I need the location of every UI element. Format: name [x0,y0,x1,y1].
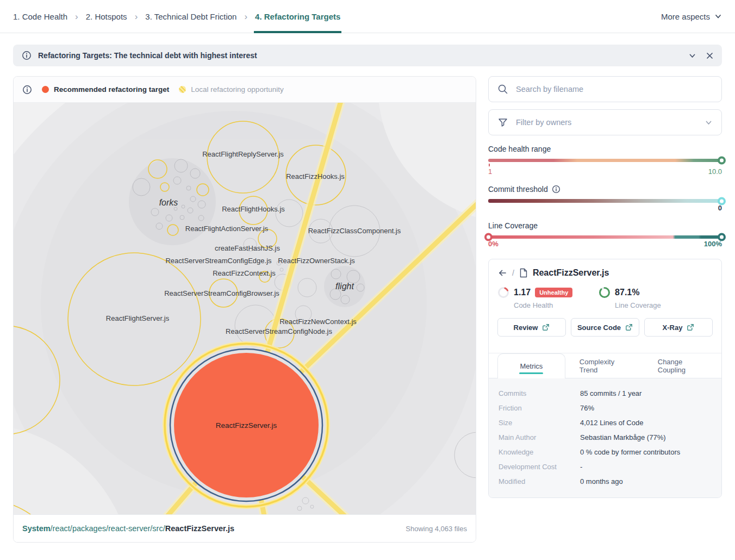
x-ray-button[interactable]: X-Ray [644,318,713,337]
line-coverage-label: Line Coverage [488,221,538,230]
more-aspects-dropdown[interactable]: More aspects [661,12,722,21]
line-coverage-max-handle[interactable] [718,233,726,241]
external-link-icon [687,323,694,331]
commit-threshold-slider[interactable] [488,199,722,203]
path-filename: ReactFizzServer.js [165,524,234,533]
metric-row: Development Cost- [499,459,712,474]
code-health-max-value: 10.0 [708,167,722,176]
info-icon[interactable] [22,85,32,95]
metric-value: 85 commits / 1 year [580,389,712,397]
nav-item-label: 1. Code Health [13,12,67,21]
metric-row: Commits85 commits / 1 year [499,386,712,401]
nav-item-label: 2. Hotspots [86,12,127,21]
info-icon [22,51,32,60]
unhealthy-badge: Unhealthy [535,288,572,297]
external-link-icon [542,323,550,331]
nav-item-label: 4. Refactoring Targets [255,12,340,21]
external-link-icon [625,323,633,331]
commit-threshold-handle[interactable] [718,197,726,205]
metric-value: - [580,463,712,471]
selected-file-path: System/react/packages/react-server/src/R… [22,524,234,533]
code-health-slider[interactable] [488,159,722,162]
bubble-label[interactable]: ReactFlightServer.js [106,314,170,322]
code-health-stat-label: Code Health [514,301,599,309]
line-coverage-stat-label: Line Coverage [615,301,700,309]
tab-metrics[interactable]: Metrics [497,353,565,378]
bubble-label[interactable]: ReactServerStreamConfigEdge.js [165,257,272,265]
banner-close-button[interactable] [706,52,713,59]
tab-change-coupling[interactable]: Change Coupling [644,353,721,378]
owners-filter-input[interactable] [516,118,697,127]
bubble-label[interactable]: ReactFlightHooks.js [222,205,285,213]
metric-value: Sebastian Markbåge (77%) [580,433,712,441]
chart-footer: System/react/packages/react-server/src/R… [14,514,476,542]
bubble-label[interactable]: ReactFizzHooks.js [286,172,345,181]
search-input[interactable] [516,85,713,94]
metric-value: 4,012 Lines of Code [580,419,712,427]
code-health-max-handle[interactable] [718,157,726,165]
path-system[interactable]: System [22,524,51,533]
chevron-down-icon [705,119,713,127]
source-code-button[interactable]: Source Code [571,318,639,337]
line-coverage-min-value: 0% [488,240,499,248]
metric-row: Knowledge0 % code by former contributors [499,445,712,459]
bubble-label[interactable]: ReactFizzOwnerStack.js [278,257,355,265]
code-health-value: 1.17 [514,288,531,297]
bubble-chart-svg: ReactFlightReplyServer.jsReactFizzHooks.… [14,103,476,514]
cluster-label: flight [335,282,354,291]
bubble-label[interactable]: ReactFizzContext.js [213,269,276,277]
banner-collapse-button[interactable] [688,52,696,60]
bubble-label[interactable]: ReactFlightActionServer.js [185,225,269,233]
legend-recommended-label: Recommended refactoring target [54,85,169,94]
code-health-stat: 1.17 Unhealthy Code Health [497,287,599,309]
info-icon[interactable] [552,185,560,194]
breadcrumb-separator-icon: › [135,12,138,21]
breadcrumb: 1. Code Health›2. Hotspots›3. Technical … [13,0,340,33]
chart-legend: Recommended refactoring target Local ref… [14,77,476,103]
search-box [488,76,722,102]
metric-label: Friction [499,404,580,412]
nav-item-1[interactable]: 1. Code Health [13,0,67,33]
button-label: Source Code [577,323,621,332]
owners-filter-box[interactable] [488,109,722,135]
metric-value: 0 % code by former contributors [580,448,712,456]
code-health-min-tick [489,164,490,166]
line-coverage-slider[interactable] [488,235,722,239]
metric-row: Size4,012 Lines of Code [499,415,712,430]
back-button[interactable] [497,268,507,278]
file-detail-card: / ReactFizzServer.js 1.17 Unhealthy Code… [488,259,722,498]
red-dot-icon [42,86,49,93]
tab-label: Metrics [520,362,543,370]
review-button[interactable]: Review [497,318,566,337]
bubble-label[interactable]: ReactFlightReplyServer.js [202,150,284,158]
path-directory[interactable]: /react/packages/react-server/src/ [51,524,165,533]
filter-funnel-icon [497,117,508,128]
chevron-down-icon [688,52,696,60]
line-coverage-value: 87.1% [615,288,639,297]
commit-threshold-value: 0 [718,204,722,212]
button-label: Review [514,323,538,332]
bubble-label[interactable]: ReactServerStreamConfigBrowser.js [164,289,279,297]
close-icon [706,52,713,59]
bubble-label[interactable]: ReactFizzClassComponent.js [308,227,401,235]
tab-complexity-trend[interactable]: Complexity Trend [565,353,644,378]
selected-bubble-label[interactable]: ReactFizzServer.js [216,421,277,430]
nav-item-2[interactable]: 2. Hotspots [86,0,127,33]
nav-item-4[interactable]: 4. Refactoring Targets [255,0,340,33]
code-health-range-label: Code health range [488,145,551,153]
bubble-chart[interactable]: ReactFlightReplyServer.jsReactFizzHooks.… [14,103,476,514]
bubble-label[interactable]: ReactServerStreamConfigNode.js [226,327,332,335]
breadcrumb-separator-icon: › [75,12,78,21]
metric-row: Modified0 months ago [499,474,712,489]
search-icon [497,84,508,95]
detail-tabs: MetricsComplexity TrendChange Coupling [489,353,721,378]
metric-value: 76% [580,404,712,412]
nav-item-label: 3. Technical Debt Friction [145,12,236,21]
bubble-label[interactable]: ReactFizzNewContext.js [279,318,357,326]
line-coverage-min-handle[interactable] [484,233,493,241]
nav-item-3[interactable]: 3. Technical Debt Friction [145,0,236,33]
info-banner: Refactoring Targets: The technical debt … [13,45,722,66]
button-label: X-Ray [663,323,683,332]
line-coverage-max-value: 100% [704,240,722,248]
bubble-label[interactable]: createFastHashJS.js [215,244,280,252]
